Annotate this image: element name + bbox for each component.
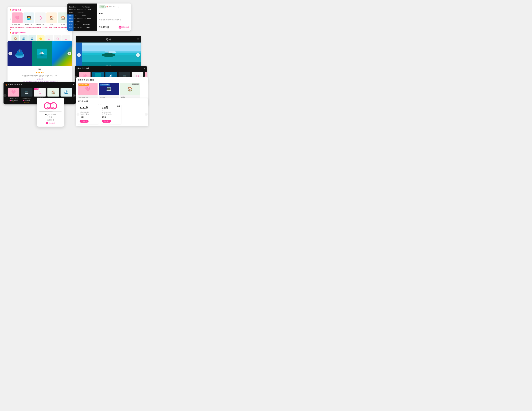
instructor-badge: ⬡ 댄스강사 — [119, 26, 129, 29]
pass-buy-btn-2[interactable]: 구매하기 — [102, 120, 111, 123]
thumb-img-3: ⬡ — [35, 12, 46, 23]
thumb-item-1[interactable]: 🩷 기자리에서배우... — [12, 12, 23, 26]
code-line-6: Home::: user — [69, 20, 96, 23]
code-line-4: BestClass:::: user — [69, 14, 96, 17]
tag-dot-2 — [23, 100, 24, 101]
pass-price-2: 11원 — [102, 116, 119, 119]
logo-card-sub: 입장 — [39, 116, 62, 119]
instructor-card-header: 강사 ♡ — [76, 36, 141, 43]
instructor-heart-btn[interactable]: ♡ — [137, 38, 139, 41]
logo-progress-bar — [39, 111, 62, 112]
carousel-title: 봐! — [10, 68, 70, 71]
course-card-right: 모집중 📅 05/31~06/18 ♡ test 서울 종로구 의2 하우스 개… — [97, 3, 131, 31]
dark-thumb-price-2: 40,000원 — [25, 99, 30, 101]
logo-instructor-label: 댄스강사 — [49, 122, 55, 124]
dark-recruit-badge: 모집중 — [34, 88, 38, 90]
thumb-label-2: EXERCISE — [23, 24, 34, 25]
logo-card-badge: 댄스강사 — [39, 122, 62, 124]
ongoing-name-3: 비비비 — [121, 96, 139, 98]
recruit-tag: 모집중 — [99, 6, 105, 8]
ongoing-date-3: 05/26~06/19 — [132, 84, 139, 85]
course-heart-btn[interactable]: ♡ — [117, 5, 119, 8]
pass-month: 11월 — [117, 105, 120, 107]
info-bar: ㅂ 41개 11,009원 ◎ 1구 11113원 ✿ 다음미 11001원 ◎… — [10, 27, 70, 30]
dark-prev-btn[interactable]: ‹ — [3, 94, 7, 97]
instructor-label: 댄스강사 — [122, 26, 129, 28]
carousel-prev-btn[interactable]: ‹ — [9, 52, 12, 56]
pass-num-1: 1111회 — [80, 106, 97, 110]
dark-thumb-price-1: 120,000기 — [11, 99, 17, 101]
thumb-item-2[interactable]: 🧑‍💻 EXERCISE — [23, 12, 34, 26]
pass-more-btn[interactable]: › — [146, 101, 146, 103]
instructor-prev-btn[interactable]: ‹ — [77, 53, 81, 57]
thumb-item-3[interactable]: ⬡ NEXERCISE — [35, 12, 46, 26]
instructor-next-btn[interactable]: › — [136, 53, 140, 57]
ongoing-more-btn[interactable]: › — [146, 80, 146, 82]
scroll-left-btn[interactable]: ‹ — [10, 12, 11, 26]
thumb-img-1: 🩷 — [12, 12, 23, 23]
pass-section: 패스권 35개 › ‹ 1111회 a 이루어지면하면 진도시는 끝이다 11원… — [76, 98, 148, 126]
badge-dot — [46, 122, 48, 124]
pass-prev-btn[interactable]: ‹ — [76, 113, 79, 116]
dark-thumb-tag-1: Kaltee — [8, 101, 19, 103]
logo-big — [39, 102, 62, 110]
logo-card-number: 12,312,313 — [39, 113, 62, 116]
ongoing-img-3: 🏠 05/26~06/19 — [120, 83, 140, 95]
ongoing-title: 진행중인 강의 20개 — [78, 79, 94, 81]
course-date: 📅 05/31~06/18 — [106, 6, 116, 8]
info-text: ㅂ 41개 11,009원 ◎ 1구 11113원 ✿ 다음미 11001원 ◎… — [10, 27, 70, 30]
carousel-stars: ★★★★★ — [10, 71, 70, 73]
carousel-next-btn[interactable]: › — [67, 52, 71, 56]
dark-thumb-img-2: 💻 — [21, 88, 32, 96]
course-bottom: 11,111원 ⬡ 댄스강사 — [99, 25, 129, 29]
svg-point-5 — [16, 53, 23, 56]
dark-thumb-2[interactable]: 💻 기자리에서요.. 40,000원 뇌스댄사 — [20, 87, 33, 104]
instructor-card-title: 강사 — [106, 38, 111, 41]
popular-next-btn[interactable]: › — [144, 76, 147, 79]
carousel-sub: 총31개!! — [10, 78, 70, 80]
code-line-8: BestInstructor::: lect — [69, 26, 96, 29]
logo-card-price: 11,111원 — [39, 119, 62, 121]
thumb-img-5: 🏠 — [58, 12, 69, 23]
pass-card-1[interactable]: 1111회 a 이루어지면하면 진도시는 끝이다 11원 구매하기 — [78, 104, 99, 124]
carousel-images: ‹ › — [8, 41, 72, 66]
thumb-label-3: NEXERCISE — [35, 24, 46, 25]
ongoing-badge-1: 모집 06/31~08/21 — [78, 84, 89, 86]
instructor-carousel: ‹ › — [76, 43, 141, 67]
course-code-block: BestClass:::: lecturer BestInstructor:::… — [67, 3, 97, 31]
popular-instructor-title: 인기강사 TOP10 — [10, 32, 70, 34]
pass-title: 패스권 35개 — [78, 100, 88, 103]
dark-thumb-1[interactable]: 🩷 갈꺼라서요.. 1 120,000기 Kaltee — [7, 87, 20, 104]
popular-toggle[interactable]: ∧ — [144, 67, 145, 69]
course-price: 11,111원 — [99, 25, 109, 29]
code-line-1: BestClass:::: lecturer — [69, 5, 96, 8]
pass-header: 패스권 35개 › — [78, 100, 147, 104]
dark-thumb-label-1: 갈꺼라서요.. 1 — [8, 97, 19, 99]
pass-next-btn[interactable]: › — [145, 113, 148, 116]
pass-card-2[interactable]: 11월 11회 11 시호기가 기자기 전문가는 느끼다 11원 구매하기 — [100, 104, 121, 124]
ongoing-img-2: 💻 모집 05/25~06/22 — [99, 83, 119, 95]
carousel-img-2 — [32, 41, 52, 66]
logo-progress-inner — [39, 111, 53, 112]
ongoing-name-2: ㅂㅈㄷㅂ — [100, 96, 118, 98]
instructor-carousel-img-1 — [76, 43, 141, 67]
thumb-img-2: 🧑‍💻 — [23, 12, 34, 23]
ongoing-badge-2: 모집 05/25~06/22 — [100, 84, 110, 86]
pass-buy-btn-1[interactable]: 구매하기 — [80, 120, 89, 123]
thumb-label-4: 쉬블 — [46, 24, 57, 26]
pass-row: 1111회 a 이루어지면하면 진도시는 끝이다 11원 구매하기 11월 11… — [78, 104, 147, 124]
calendar-icon: 📅 — [106, 6, 108, 8]
popular-prev-btn[interactable]: ‹ — [75, 76, 78, 79]
code-line-3: Home::: lecturer — [69, 11, 96, 14]
pass-container: ‹ 1111회 a 이루어지면하면 진도시는 끝이다 11원 구매하기 11월 … — [78, 104, 147, 124]
dark-carousel-header: 오늘의 인기 강의 ∧ ∧ — [3, 82, 76, 87]
dark-thumb-img-4: 🏠 — [47, 88, 59, 96]
code-line-2: BestInstructor:::: lect — [69, 9, 96, 11]
dark-next-btn[interactable]: › — [73, 94, 76, 97]
thumb-item-5[interactable]: 🏠 비효율 — [58, 12, 69, 26]
dark-thumb-img-1: 🩷 — [8, 88, 19, 96]
thumb-img-4: 🏠 — [46, 12, 57, 23]
dark-carousel-toggle[interactable]: ∧ — [73, 84, 74, 85]
thumb-item-4[interactable]: 🏠 쉬블 — [46, 12, 57, 26]
svg-rect-21 — [76, 45, 141, 53]
